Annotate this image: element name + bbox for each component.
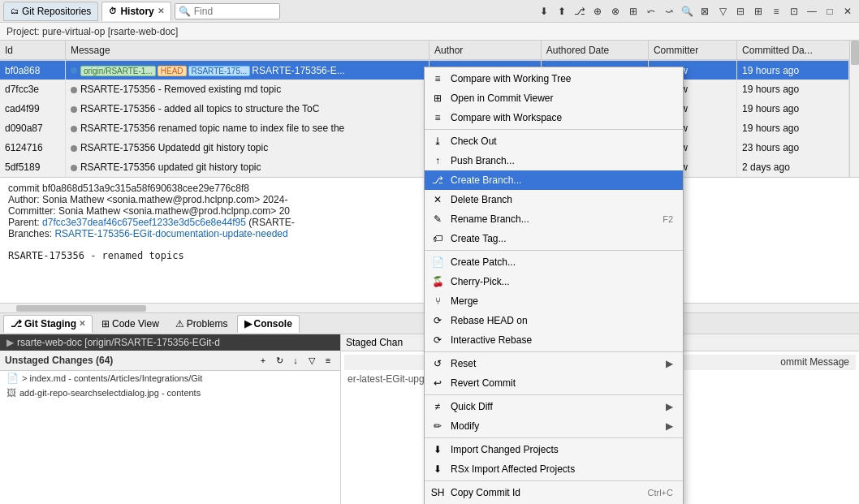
toolbar-btn-10[interactable]: —	[804, 3, 820, 19]
tag-badge: RSARTE-175...	[188, 66, 251, 76]
ctx-separator	[425, 394, 683, 395]
ctx-item-compare-working[interactable]: ≡Compare with Working Tree	[425, 69, 683, 88]
col-header-message[interactable]: Message	[65, 41, 429, 60]
ctx-item-import-changed[interactable]: ⬇Import Changed Projects	[425, 440, 683, 459]
project-label: Project: pure-virtual-op [rsarte-web-doc…	[6, 26, 178, 37]
toolbar-btn-12[interactable]: ✕	[840, 3, 856, 19]
unstaged-btn-5[interactable]: ≡	[321, 353, 335, 368]
compare-workspace-icon: ≡	[431, 111, 444, 124]
list-item[interactable]: 🖼 add-git-repo-searchselectdialog.jpg - …	[0, 386, 340, 400]
toolbar-btn-6[interactable]: ⊠	[697, 3, 713, 19]
message-text: RSARTE-175356-E...	[252, 65, 345, 76]
ctx-item-create-patch[interactable]: 📄Create Patch...	[425, 252, 683, 272]
filter-btn[interactable]: ▽	[714, 3, 731, 19]
ctx-item-interactive-rebase[interactable]: ⟳Interactive Rebase	[425, 330, 683, 350]
toolbar-btn-2[interactable]: ⊗	[607, 3, 624, 19]
tab-console[interactable]: ▶ Console	[237, 315, 300, 333]
git-staging-close[interactable]: ✕	[79, 319, 85, 328]
col-header-committer[interactable]: Committer	[648, 41, 736, 60]
col-header-authored-date[interactable]: Authored Date	[541, 41, 648, 60]
toolbar-btn-3[interactable]: ⊞	[625, 3, 641, 19]
ctx-item-copy-commit-id[interactable]: SHCopy Commit IdCtrl+C	[425, 483, 683, 502]
list-item[interactable]: 📄 > index.md - contents/Articles/Integra…	[0, 371, 340, 386]
message-text: RSARTE-175356 - Removed existing md topi…	[80, 84, 281, 95]
commit-dot-icon	[71, 145, 77, 152]
quick-diff-arrow: ▶	[666, 401, 673, 412]
quick-diff-label: Quick Diff	[451, 401, 659, 412]
ctx-item-cherry-pick[interactable]: 🍒Cherry-Pick...	[425, 272, 683, 291]
tab-history[interactable]: ⏱ History ✕	[101, 2, 171, 21]
unstaged-btn-3[interactable]: ↓	[288, 353, 303, 368]
tab-problems[interactable]: ⚠ Problems	[168, 315, 235, 333]
cell-id: 6124716	[0, 138, 65, 157]
ctx-item-revert-commit[interactable]: ↩Revert Commit	[425, 373, 683, 393]
ctx-item-quick-diff[interactable]: ≠Quick Diff▶	[425, 397, 683, 416]
git-repo-icon: 🗂	[11, 6, 19, 15]
ctx-item-create-tag[interactable]: 🏷Create Tag...	[425, 229, 683, 248]
create-patch-icon: 📄	[431, 256, 444, 269]
toolbar-btn-8[interactable]: ≡	[768, 3, 784, 19]
ctx-item-reset[interactable]: ↺Reset▶	[425, 354, 683, 373]
staged-label: Staged Chan	[346, 337, 403, 348]
merge-icon: ⑂	[431, 295, 444, 308]
ctx-item-modify[interactable]: ✏Modify▶	[425, 416, 683, 436]
create-patch-label: Create Patch...	[451, 256, 673, 268]
tab-git-staging[interactable]: ⎇ Git Staging ✕	[3, 315, 93, 333]
create-tag-icon: 🏷	[431, 232, 444, 245]
open-commit-viewer-label: Open in Commit Viewer	[451, 93, 673, 104]
check-out-label: Check Out	[451, 136, 673, 147]
tab-git-repositories[interactable]: 🗂 Git Repositories	[3, 2, 98, 21]
ctx-item-rename-branch[interactable]: ✎Rename Branch...F2	[425, 209, 683, 229]
unstaged-btn-1[interactable]: +	[256, 353, 270, 368]
ctx-item-open-commit-viewer[interactable]: ⊞Open in Commit Viewer	[425, 88, 683, 108]
cell-id: d7fcc3e	[0, 80, 65, 99]
open-commit-viewer-icon: ⊞	[431, 92, 444, 105]
nav-down-btn[interactable]: ⬇	[536, 3, 552, 19]
copy-commit-id-label: Copy Commit Id	[451, 487, 641, 498]
rebase-head-icon: ⟳	[431, 314, 444, 327]
message-text: RSARTE-175356 renamed topic name to inde…	[80, 123, 344, 134]
ctx-item-push-branch[interactable]: ↑Push Branch...	[425, 151, 683, 170]
history-tab-close[interactable]: ✕	[158, 6, 164, 15]
git-repo-tab-label: Git Repositories	[22, 6, 91, 17]
toolbar-btn-7[interactable]: ⊟	[732, 3, 749, 19]
ctx-item-rebase-head[interactable]: ⟳Rebase HEAD on	[425, 311, 683, 330]
parent-hash-link[interactable]: d7fcc3e37deaf46c675eef1233e3d5c6e8e44f95	[42, 217, 246, 228]
tag-badge: origin/RSARTE-1...	[80, 66, 156, 76]
toolbar-btn-9[interactable]: ⊡	[786, 3, 802, 19]
message-text: RSARTE-175356 Updatedd git history topic	[80, 142, 268, 153]
quick-diff-icon: ≠	[431, 400, 444, 413]
ctx-item-delete-branch[interactable]: ✕Delete Branch	[425, 190, 683, 209]
file-name: > index.md - contents/Articles/Integrati…	[22, 373, 202, 383]
unstaged-label: Unstaged Changes (64)	[5, 355, 113, 366]
ctx-item-check-out[interactable]: ⤓Check Out	[425, 131, 683, 151]
columns-btn[interactable]: ⊞	[750, 3, 766, 19]
search-btn[interactable]: 🔍	[679, 3, 695, 19]
ctx-item-create-branch[interactable]: ⎇Create Branch...	[425, 170, 683, 190]
file-name: add-git-repo-searchselectdialog.jpg - co…	[19, 388, 201, 398]
find-input[interactable]	[194, 6, 275, 17]
ctx-item-merge[interactable]: ⑂Merge	[425, 291, 683, 311]
toolbar-btn-1[interactable]: ⊕	[589, 3, 606, 19]
reset-label: Reset	[451, 358, 659, 369]
nav-up-btn[interactable]: ⬆	[554, 3, 570, 19]
top-tab-bar: 🗂 Git Repositories ⏱ History ✕ 🔍 ⬇ ⬆ ⎇ ⊕…	[0, 0, 859, 23]
ctx-item-rsx-import[interactable]: ⬇RSx Import Affected Projects	[425, 459, 683, 479]
history-vscrollbar[interactable]	[849, 41, 859, 177]
compare-working-icon: ≡	[431, 72, 444, 85]
unstaged-btn-2[interactable]: ↻	[272, 353, 287, 368]
delete-branch-icon: ✕	[431, 193, 444, 206]
create-branch-icon: ⎇	[431, 174, 444, 187]
tab-code-view[interactable]: ⊞ Code View	[94, 315, 166, 333]
toolbar-btn-5[interactable]: ⤻	[661, 3, 677, 19]
ctx-item-compare-workspace[interactable]: ≡Compare with Workspace	[425, 108, 683, 127]
branches-link[interactable]: RSARTE-175356-EGit-documentation-update-…	[54, 228, 287, 239]
col-header-committed-date[interactable]: Committed Da...	[737, 41, 849, 60]
toolbar-btn-4[interactable]: ⤺	[643, 3, 659, 19]
unstaged-btn-4[interactable]: ▽	[304, 353, 319, 368]
col-header-id[interactable]: Id	[0, 41, 65, 60]
history-icon: ⏱	[109, 6, 117, 15]
col-header-author[interactable]: Author	[429, 41, 541, 60]
toolbar-btn-11[interactable]: □	[822, 3, 838, 19]
branch-icon[interactable]: ⎇	[572, 3, 588, 19]
